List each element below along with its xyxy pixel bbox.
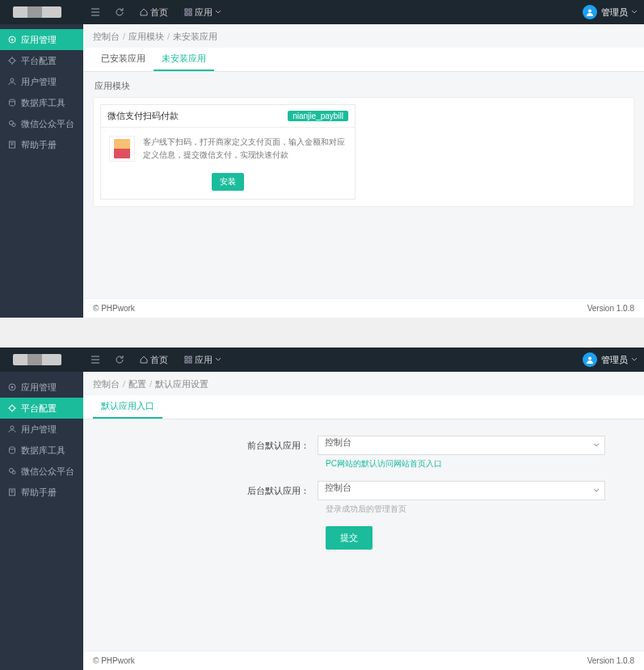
svg-point-9 — [10, 99, 15, 102]
chevron-down-icon — [593, 486, 600, 495]
version: Version 1.0.8 — [587, 304, 634, 313]
home-link[interactable]: 首页 — [140, 354, 168, 366]
svg-point-19 — [11, 386, 14, 389]
back-app-hint: 登录成功后的管理首页 — [326, 504, 406, 515]
front-app-label: 前台默认应用： — [83, 440, 318, 452]
svg-rect-3 — [189, 13, 192, 15]
copyright: © PHPwork — [93, 304, 135, 313]
svg-rect-16 — [189, 360, 192, 363]
apps-link[interactable]: 应用 — [184, 6, 224, 19]
tab-default-entry[interactable]: 默认应用入口 — [93, 395, 162, 419]
home-link[interactable]: 首页 — [140, 6, 168, 19]
sidebar-item-users[interactable]: 用户管理 — [0, 71, 83, 92]
tabs: 已安装应用 未安装应用 — [83, 48, 644, 72]
back-app-label: 后台默认应用： — [83, 485, 318, 497]
svg-point-4 — [588, 10, 591, 13]
sidebar-item-apps[interactable]: 应用管理 — [0, 29, 83, 50]
tabs: 默认应用入口 — [83, 395, 644, 419]
back-app-select[interactable]: 控制台 — [318, 481, 605, 500]
logo — [6, 348, 83, 372]
menu-toggle-icon[interactable] — [86, 351, 104, 369]
tab-installed[interactable]: 已安装应用 — [93, 48, 154, 71]
front-app-hint: PC网站的默认访问网站首页入口 — [326, 458, 442, 470]
sidebar-item-help[interactable]: 帮助手册 — [0, 134, 83, 155]
logo — [6, 0, 83, 24]
chevron-down-icon — [631, 9, 638, 15]
user-menu[interactable]: 管理员 — [583, 5, 638, 19]
svg-point-10 — [10, 121, 14, 125]
svg-point-17 — [588, 357, 591, 360]
user-menu[interactable]: 管理员 — [583, 352, 638, 367]
sidebar-item-users[interactable]: 用户管理 — [0, 419, 83, 440]
module-card: 微信支付扫码付款 nianjie_paybill 客户线下扫码，打开商家定义支付… — [100, 104, 356, 200]
svg-point-8 — [11, 78, 14, 82]
svg-point-7 — [10, 58, 15, 63]
submit-button[interactable]: 提交 — [326, 526, 373, 550]
svg-rect-13 — [185, 356, 187, 359]
version: Version 1.0.8 — [587, 656, 634, 665]
svg-rect-1 — [189, 9, 192, 11]
sidebar-item-wechat[interactable]: 微信公众平台 — [0, 461, 83, 482]
sidebar: 应用管理 平台配置 用户管理 数据库工具 微信公众平台 帮助手册 — [0, 24, 83, 318]
module-icon — [109, 136, 135, 162]
svg-point-6 — [11, 39, 14, 41]
menu-toggle-icon[interactable] — [86, 3, 104, 21]
module-description: 客户线下扫码，打开商家定义支付页面，输入金额和对应定义信息，提交微信支付，实现快… — [143, 136, 347, 162]
sidebar-item-db[interactable]: 数据库工具 — [0, 440, 83, 461]
svg-rect-15 — [185, 360, 187, 363]
svg-point-23 — [10, 469, 14, 473]
avatar-icon — [583, 5, 597, 19]
apps-link[interactable]: 应用 — [184, 354, 224, 366]
install-button[interactable]: 安装 — [212, 173, 244, 191]
breadcrumb: 控制台/应用模块/未安装应用 — [83, 24, 644, 49]
module-title: 微信支付扫码付款 — [107, 110, 179, 122]
chevron-down-icon — [631, 356, 638, 363]
section-title: 应用模块 — [83, 72, 644, 97]
front-app-select[interactable]: 控制台 — [318, 436, 605, 455]
breadcrumb: 控制台/配置/默认应用设置 — [83, 372, 644, 397]
svg-point-21 — [11, 426, 14, 429]
footer: © PHPwork Version 1.0.8 — [83, 298, 644, 318]
svg-point-22 — [10, 447, 15, 449]
chevron-down-icon — [593, 440, 600, 450]
topbar: 首页 应用 管理员 — [0, 348, 644, 372]
svg-rect-2 — [185, 13, 187, 15]
svg-point-20 — [10, 406, 15, 411]
sidebar-item-apps[interactable]: 应用管理 — [0, 377, 83, 398]
sidebar-item-db[interactable]: 数据库工具 — [0, 92, 83, 113]
sidebar-item-config[interactable]: 平台配置 — [0, 50, 83, 71]
topbar: 首页 应用 管理员 — [0, 0, 644, 24]
module-badge: nianjie_paybill — [288, 111, 348, 121]
footer: © PHPwork Version 1.0.8 — [83, 651, 644, 670]
avatar-icon — [583, 352, 597, 367]
sidebar-item-help[interactable]: 帮助手册 — [0, 482, 83, 503]
refresh-icon[interactable] — [111, 3, 128, 21]
copyright: © PHPwork — [93, 656, 135, 665]
sidebar: 应用管理 平台配置 用户管理 数据库工具 微信公众平台 帮助手册 — [0, 372, 83, 670]
tab-uninstalled[interactable]: 未安装应用 — [154, 48, 214, 71]
sidebar-item-config[interactable]: 平台配置 — [0, 398, 83, 419]
svg-rect-0 — [185, 9, 187, 11]
svg-rect-14 — [189, 356, 192, 359]
refresh-icon[interactable] — [111, 351, 128, 369]
sidebar-item-wechat[interactable]: 微信公众平台 — [0, 113, 83, 134]
